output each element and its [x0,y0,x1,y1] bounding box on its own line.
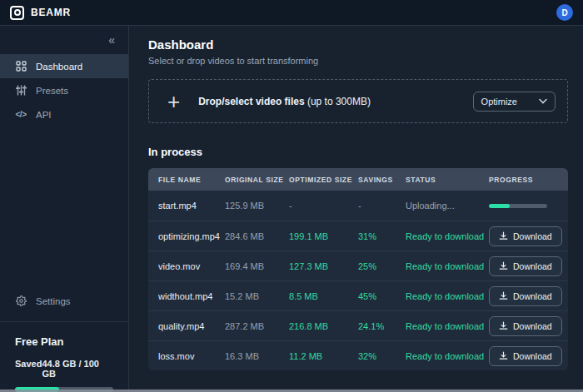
page-title: Dashboard [148,37,568,52]
brand-logo: BEAMR [10,6,71,20]
download-button-label: Download [513,351,552,361]
cell-savings: 32% [358,351,406,361]
sidebar-item-settings[interactable]: Settings [0,289,128,313]
cell-savings: 24.1% [358,321,406,331]
column-header: STATUS [406,176,489,184]
in-process-table: FILE NAME ORIGINAL SIZE OPTIMIZED SIZE S… [148,168,568,370]
sidebar-item-label: Settings [36,296,71,306]
cell-original-size: 15.2 MB [225,291,289,301]
cell-original-size: 125.9 MB [225,201,289,211]
sidebar-item-presets[interactable]: Presets [0,78,128,102]
table-row: optimizing.mp4 284.6 MB 199.1 MB 31% Rea… [148,221,568,251]
download-button-label: Download [513,291,552,301]
dropzone-label-rest: (up to 300MB) [305,96,371,107]
cell-savings: - [358,201,406,211]
cell-file-name: quality.mp4 [158,321,225,331]
column-header: PROGRESS [489,176,568,184]
table-row: quality.mp4 287.2 MB 216.8 MB 24.1% Read… [148,310,568,340]
dropzone-label-bold: Drop/select video files [198,96,304,107]
sidebar-item-label: Dashboard [36,62,82,72]
cell-status: Ready to download [406,291,489,301]
mode-dropdown[interactable]: Optimize [473,92,556,112]
grid-icon [15,61,27,72]
sidebar-item-api[interactable]: </> API [0,102,128,127]
table-row: video.mov 169.4 MB 127.3 MB 25% Ready to… [148,251,568,280]
download-button[interactable]: Download [489,316,562,336]
sidebar-collapse-icon[interactable]: « [108,33,115,47]
brand-name: BEAMR [31,7,71,18]
cell-savings: 25% [358,261,406,271]
download-button-label: Download [513,231,552,241]
cell-original-size: 284.6 MB [225,231,289,241]
download-icon [499,261,508,270]
cell-file-name: widthout.mp4 [158,291,225,301]
cell-optimized-size: 216.8 MB [289,321,358,331]
cell-file-name: optimizing.mp4 [158,231,225,241]
cell-file-name: loss.mov [158,351,225,361]
column-header: FILE NAME [158,176,225,184]
chevron-down-icon [539,98,547,104]
dropzone-label: Drop/select video files (up to 300MB) [198,96,371,107]
cell-action: Download [489,286,568,306]
cell-action: Download [489,346,568,366]
user-avatar[interactable]: D [556,4,573,21]
cell-action [489,204,568,208]
sidebar: « Dashboard Presets [0,26,129,392]
table-header-row: FILE NAME ORIGINAL SIZE OPTIMIZED SIZE S… [148,168,568,191]
plan-name: Free Plan [15,335,113,348]
plan-box: Free Plan Saved 44.8 GB / 100 GB [0,322,128,392]
cell-optimized-size: 8.5 MB [289,291,358,301]
cell-action: Download [489,256,568,276]
beamr-logo-icon [10,6,24,20]
download-icon [499,351,508,360]
page-subtitle: Select or drop videos to start transform… [148,56,568,66]
mode-dropdown-value: Optimize [481,97,517,107]
file-dropzone[interactable]: + Drop/select video files (up to 300MB) … [148,79,568,123]
download-icon [499,231,508,241]
download-button[interactable]: Download [489,226,562,246]
cell-optimized-size: 199.1 MB [289,231,358,241]
cell-status: Ready to download [406,231,489,241]
sidebar-nav: Dashboard Presets </> API [0,54,128,127]
table-row: start.mp4 125.9 MB - - Uploading... [148,191,568,221]
cell-file-name: video.mov [158,261,225,271]
download-icon [499,321,508,330]
cell-original-size: 16.3 MB [225,351,289,361]
top-bar: BEAMR D [0,0,583,26]
cell-savings: 31% [358,231,406,241]
gear-icon [15,295,27,307]
cell-status: Ready to download [406,261,489,271]
download-button[interactable]: Download [489,256,562,276]
cell-optimized-size: 127.3 MB [289,261,358,271]
download-button[interactable]: Download [489,286,562,306]
cell-status: Ready to download [406,351,489,361]
row-progress-fill [489,204,510,208]
code-icon: </> [15,109,27,121]
table-row: widthout.mp4 15.2 MB 8.5 MB 45% Ready to… [148,280,568,310]
cell-optimized-size: - [289,201,358,211]
cell-action: Download [489,226,568,246]
cell-original-size: 169.4 MB [225,261,289,271]
column-header: OPTIMIZED SIZE [289,176,358,184]
section-title: In process [148,146,568,158]
sidebar-item-dashboard[interactable]: Dashboard [0,54,128,78]
sidebar-item-label: API [36,110,52,120]
table-body: start.mp4 125.9 MB - - Uploading... opti… [148,191,568,370]
plan-saved-label: Saved [15,359,42,369]
cell-status: Ready to download [406,321,489,331]
download-icon [499,291,508,300]
cell-file-name: start.mp4 [158,201,225,211]
download-button-label: Download [513,261,552,271]
cell-original-size: 287.2 MB [225,321,289,331]
download-button[interactable]: Download [489,346,562,366]
sidebar-item-label: Presets [36,86,68,96]
plan-saved-value: 44.8 GB / 100 GB [42,359,110,379]
cell-status: Uploading... [406,201,489,211]
main-content: Dashboard Select or drop videos to start… [129,26,583,392]
column-header: ORIGINAL SIZE [225,176,289,184]
plus-icon: + [167,91,180,112]
sliders-icon [15,85,27,97]
row-progress-bar [489,204,547,208]
download-button-label: Download [513,321,552,331]
table-row: loss.mov 16.3 MB 11.2 MB 32% Ready to do… [148,340,568,370]
